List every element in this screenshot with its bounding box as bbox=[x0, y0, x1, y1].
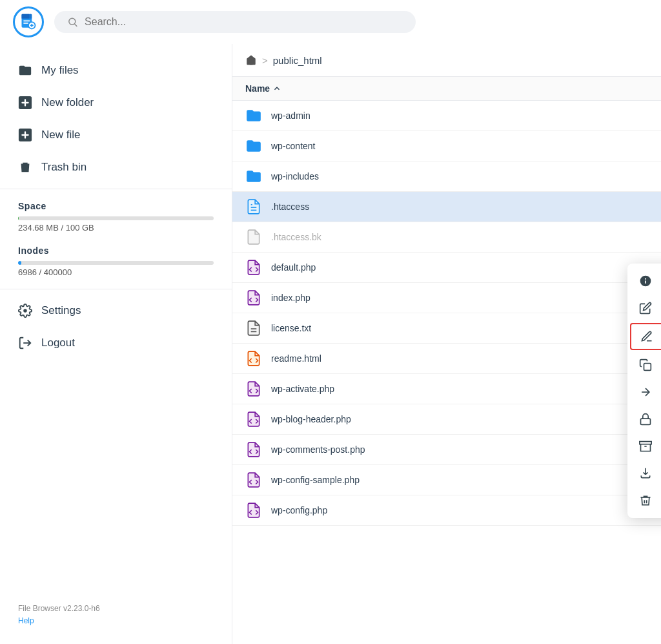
new-file-icon bbox=[18, 128, 32, 142]
svg-rect-4 bbox=[23, 23, 28, 24]
sidebar-item-trash-bin[interactable]: Trash bin bbox=[0, 151, 232, 183]
context-menu-item-edit[interactable]: Edit bbox=[627, 295, 661, 322]
file-row[interactable]: default.php bbox=[232, 253, 661, 283]
file-name: wp-comments-post.php bbox=[271, 444, 648, 455]
file-name: .htaccess.bk bbox=[271, 232, 648, 242]
sidebar-item-settings[interactable]: Settings bbox=[0, 295, 232, 327]
file-name: .htaccess bbox=[271, 202, 648, 212]
file-name: readme.html bbox=[271, 353, 648, 364]
context-menu-item-download[interactable]: Download 1 bbox=[627, 460, 661, 487]
svg-line-9 bbox=[75, 24, 77, 26]
space-section-label: Space bbox=[0, 194, 232, 214]
inodes-bar-track bbox=[18, 261, 214, 265]
sidebar-item-my-files[interactable]: My files bbox=[0, 54, 232, 87]
my-files-label: My files bbox=[41, 64, 79, 77]
info-icon bbox=[639, 275, 652, 287]
breadcrumb: > public_html bbox=[232, 44, 661, 77]
code-icon bbox=[245, 289, 262, 306]
code-icon bbox=[245, 380, 262, 397]
file-name: wp-content bbox=[271, 141, 648, 151]
context-menu-item-copy-file[interactable]: Copy file bbox=[627, 351, 661, 379]
file-row[interactable]: wp-admin bbox=[232, 101, 661, 131]
context-menu-item-permissions[interactable]: Permissions bbox=[627, 406, 661, 433]
file-name: default.php bbox=[271, 262, 648, 273]
code-icon bbox=[245, 441, 262, 458]
svg-point-16 bbox=[23, 309, 27, 313]
copy-icon bbox=[639, 358, 652, 371]
home-icon[interactable] bbox=[245, 54, 257, 66]
context-menu-item-rename[interactable]: Rename bbox=[630, 323, 661, 350]
footer-version: File Browser v2.23.0-h6 bbox=[18, 603, 214, 615]
file-row[interactable]: wp-config.php bbox=[232, 495, 661, 526]
file-row[interactable]: wp-config-sample.php bbox=[232, 465, 661, 495]
folder-icon bbox=[245, 168, 262, 185]
header bbox=[0, 0, 661, 44]
svg-rect-3 bbox=[23, 20, 30, 21]
file-name: wp-config-sample.php bbox=[271, 475, 648, 485]
breadcrumb-current: public_html bbox=[273, 55, 322, 66]
file-name: wp-admin bbox=[271, 110, 648, 121]
file-row[interactable]: wp-comments-post.php bbox=[232, 435, 661, 465]
lock-icon bbox=[639, 413, 652, 426]
trash-icon bbox=[18, 160, 32, 174]
file-row[interactable]: index.php bbox=[232, 283, 661, 313]
svg-rect-28 bbox=[641, 419, 651, 424]
inodes-bar-fill bbox=[18, 261, 21, 265]
file-row[interactable]: readme.html bbox=[232, 344, 661, 374]
rename-icon bbox=[640, 330, 653, 343]
svg-point-25 bbox=[645, 278, 646, 280]
file-name: wp-config.php bbox=[271, 505, 648, 515]
code-icon bbox=[245, 411, 262, 428]
code-icon bbox=[245, 259, 262, 276]
file-name: wp-blog-header.php bbox=[271, 414, 648, 424]
space-bar-track bbox=[18, 216, 214, 220]
sidebar-item-new-file[interactable]: New file bbox=[0, 119, 232, 151]
file-row[interactable]: .htaccess bbox=[232, 192, 661, 222]
inodes-section-label: Inodes bbox=[0, 239, 232, 258]
breadcrumb-separator: > bbox=[262, 55, 268, 66]
svg-rect-2 bbox=[30, 14, 32, 19]
file-row[interactable]: wp-includes bbox=[232, 161, 661, 192]
file-row[interactable]: wp-content bbox=[232, 131, 661, 161]
svg-rect-7 bbox=[30, 25, 34, 26]
settings-label: Settings bbox=[41, 304, 81, 317]
file-list: wp-admin wp-content wp-includes bbox=[232, 101, 661, 644]
context-menu-item-info[interactable]: Info bbox=[627, 267, 661, 295]
logout-label: Logout bbox=[41, 337, 75, 349]
sidebar-item-new-folder[interactable]: New folder bbox=[0, 87, 232, 119]
divider-2 bbox=[0, 289, 232, 289]
code-orange-icon bbox=[245, 350, 262, 367]
file-name: license.txt bbox=[271, 323, 648, 333]
search-icon bbox=[67, 16, 78, 28]
file-row[interactable]: license.txt bbox=[232, 313, 661, 344]
footer-help[interactable]: Help bbox=[18, 615, 214, 627]
inodes-bar-label: 6986 / 400000 bbox=[18, 267, 214, 277]
code-icon bbox=[245, 472, 262, 488]
search-bar[interactable] bbox=[54, 11, 416, 33]
move-icon bbox=[639, 386, 652, 399]
delete-icon bbox=[639, 494, 652, 507]
sidebar-item-logout[interactable]: Logout bbox=[0, 327, 232, 359]
folder-icon bbox=[18, 63, 32, 78]
context-menu-item-delete[interactable]: Delete bbox=[627, 487, 661, 514]
edit-icon bbox=[639, 302, 652, 315]
folder-icon bbox=[245, 138, 262, 154]
column-name[interactable]: Name bbox=[245, 83, 281, 94]
file-name: wp-activate.php bbox=[271, 384, 648, 394]
app-logo bbox=[13, 6, 44, 37]
file-row[interactable]: wp-activate.php bbox=[232, 374, 661, 404]
context-menu-item-archive[interactable]: Archive bbox=[627, 433, 661, 460]
doc-icon bbox=[245, 198, 262, 215]
doc-icon bbox=[245, 229, 262, 245]
file-row[interactable]: .htaccess.bk bbox=[232, 222, 661, 253]
file-name: wp-includes bbox=[271, 171, 648, 182]
sidebar: My files New folder New file Trash bbox=[0, 44, 232, 644]
context-menu-item-move-file[interactable]: Move file bbox=[627, 379, 661, 406]
space-bar-fill bbox=[18, 216, 19, 220]
search-input[interactable] bbox=[85, 16, 403, 28]
download-icon bbox=[639, 467, 652, 480]
inodes-info: 6986 / 400000 bbox=[0, 258, 232, 284]
file-row[interactable]: wp-blog-header.php bbox=[232, 404, 661, 435]
logout-icon bbox=[18, 336, 32, 350]
svg-rect-29 bbox=[640, 442, 651, 444]
